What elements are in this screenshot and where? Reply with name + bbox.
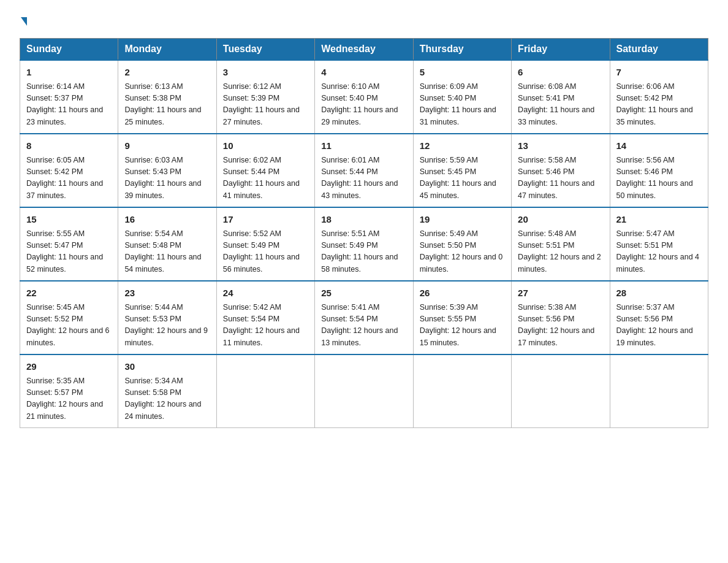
calendar-cell: 14Sunrise: 5:56 AMSunset: 5:46 PMDayligh…	[610, 134, 708, 207]
day-info: Sunrise: 5:52 AMSunset: 5:49 PMDaylight:…	[223, 228, 308, 276]
calendar-cell: 4Sunrise: 6:10 AMSunset: 5:40 PMDaylight…	[315, 60, 413, 134]
calendar-header-row: SundayMondayTuesdayWednesdayThursdayFrid…	[20, 39, 708, 61]
day-info: Sunrise: 6:10 AMSunset: 5:40 PMDaylight:…	[321, 81, 406, 129]
day-number: 5	[420, 66, 505, 80]
week-row-3: 15Sunrise: 5:55 AMSunset: 5:47 PMDayligh…	[20, 207, 708, 281]
day-info: Sunrise: 5:34 AMSunset: 5:58 PMDaylight:…	[124, 375, 210, 423]
calendar-cell: 28Sunrise: 5:37 AMSunset: 5:56 PMDayligh…	[610, 281, 708, 354]
day-number: 6	[518, 66, 603, 80]
calendar-cell: 10Sunrise: 6:02 AMSunset: 5:44 PMDayligh…	[216, 134, 314, 207]
day-number: 12	[420, 139, 505, 153]
day-info: Sunrise: 5:39 AMSunset: 5:55 PMDaylight:…	[420, 302, 505, 350]
calendar-cell: 7Sunrise: 6:06 AMSunset: 5:42 PMDaylight…	[610, 60, 708, 134]
day-info: Sunrise: 5:56 AMSunset: 5:46 PMDaylight:…	[616, 155, 702, 202]
day-info: Sunrise: 5:35 AMSunset: 5:57 PMDaylight:…	[26, 375, 112, 423]
day-info: Sunrise: 6:09 AMSunset: 5:40 PMDaylight:…	[420, 81, 505, 129]
day-number: 2	[124, 66, 210, 80]
week-row-5: 29Sunrise: 5:35 AMSunset: 5:57 PMDayligh…	[20, 354, 708, 428]
day-info: Sunrise: 5:47 AMSunset: 5:51 PMDaylight:…	[616, 228, 702, 276]
day-number: 25	[321, 286, 406, 301]
calendar-cell: 29Sunrise: 5:35 AMSunset: 5:57 PMDayligh…	[20, 354, 118, 428]
day-info: Sunrise: 6:08 AMSunset: 5:41 PMDaylight:…	[518, 81, 603, 129]
day-number: 26	[420, 286, 505, 301]
calendar-cell: 2Sunrise: 6:13 AMSunset: 5:38 PMDaylight…	[118, 60, 216, 134]
day-info: Sunrise: 5:54 AMSunset: 5:48 PMDaylight:…	[124, 228, 210, 276]
col-header-sunday: Sunday	[20, 39, 118, 61]
day-number: 29	[26, 360, 112, 374]
day-info: Sunrise: 6:05 AMSunset: 5:42 PMDaylight:…	[26, 155, 112, 202]
day-number: 18	[321, 213, 406, 227]
col-header-saturday: Saturday	[610, 39, 708, 61]
day-number: 15	[26, 213, 112, 227]
day-number: 11	[321, 139, 406, 153]
day-number: 30	[124, 360, 210, 374]
calendar-cell	[315, 354, 413, 428]
day-number: 8	[26, 139, 112, 153]
calendar-cell	[216, 354, 314, 428]
calendar-cell: 24Sunrise: 5:42 AMSunset: 5:54 PMDayligh…	[216, 281, 314, 354]
calendar-cell: 1Sunrise: 6:14 AMSunset: 5:37 PMDaylight…	[20, 60, 118, 134]
calendar-cell: 15Sunrise: 5:55 AMSunset: 5:47 PMDayligh…	[20, 207, 118, 281]
day-number: 20	[518, 213, 603, 227]
day-number: 9	[124, 139, 210, 153]
day-number: 27	[518, 286, 603, 301]
col-header-monday: Monday	[118, 39, 216, 61]
calendar-cell: 12Sunrise: 5:59 AMSunset: 5:45 PMDayligh…	[413, 134, 511, 207]
day-number: 24	[223, 286, 308, 301]
col-header-tuesday: Tuesday	[216, 39, 314, 61]
day-info: Sunrise: 5:44 AMSunset: 5:53 PMDaylight:…	[124, 302, 210, 350]
week-row-2: 8Sunrise: 6:05 AMSunset: 5:42 PMDaylight…	[20, 134, 708, 207]
calendar-table: SundayMondayTuesdayWednesdayThursdayFrid…	[20, 38, 708, 428]
calendar-cell: 22Sunrise: 5:45 AMSunset: 5:52 PMDayligh…	[20, 281, 118, 354]
day-info: Sunrise: 6:13 AMSunset: 5:38 PMDaylight:…	[124, 81, 210, 129]
day-info: Sunrise: 5:58 AMSunset: 5:46 PMDaylight:…	[518, 155, 603, 202]
col-header-thursday: Thursday	[413, 39, 511, 61]
day-number: 19	[420, 213, 505, 227]
calendar-cell: 16Sunrise: 5:54 AMSunset: 5:48 PMDayligh…	[118, 207, 216, 281]
day-number: 7	[616, 66, 702, 80]
calendar-cell: 13Sunrise: 5:58 AMSunset: 5:46 PMDayligh…	[512, 134, 610, 207]
day-number: 16	[124, 213, 210, 227]
day-number: 3	[223, 66, 308, 80]
day-number: 22	[26, 286, 112, 301]
day-info: Sunrise: 6:01 AMSunset: 5:44 PMDaylight:…	[321, 155, 406, 202]
day-number: 28	[616, 286, 702, 301]
calendar-cell: 21Sunrise: 5:47 AMSunset: 5:51 PMDayligh…	[610, 207, 708, 281]
day-info: Sunrise: 5:38 AMSunset: 5:56 PMDaylight:…	[518, 302, 603, 350]
logo-triangle-icon	[21, 17, 27, 26]
calendar-cell: 17Sunrise: 5:52 AMSunset: 5:49 PMDayligh…	[216, 207, 314, 281]
day-info: Sunrise: 6:14 AMSunset: 5:37 PMDaylight:…	[26, 81, 112, 129]
calendar-cell	[512, 354, 610, 428]
day-info: Sunrise: 5:59 AMSunset: 5:45 PMDaylight:…	[420, 155, 505, 202]
page-header	[20, 15, 708, 26]
calendar-cell: 18Sunrise: 5:51 AMSunset: 5:49 PMDayligh…	[315, 207, 413, 281]
calendar-cell: 11Sunrise: 6:01 AMSunset: 5:44 PMDayligh…	[315, 134, 413, 207]
calendar-cell: 9Sunrise: 6:03 AMSunset: 5:43 PMDaylight…	[118, 134, 216, 207]
calendar-cell: 6Sunrise: 6:08 AMSunset: 5:41 PMDaylight…	[512, 60, 610, 134]
day-info: Sunrise: 6:02 AMSunset: 5:44 PMDaylight:…	[223, 155, 308, 202]
day-number: 23	[124, 286, 210, 301]
day-info: Sunrise: 5:42 AMSunset: 5:54 PMDaylight:…	[223, 302, 308, 350]
day-info: Sunrise: 5:55 AMSunset: 5:47 PMDaylight:…	[26, 228, 112, 276]
calendar-cell: 8Sunrise: 6:05 AMSunset: 5:42 PMDaylight…	[20, 134, 118, 207]
day-number: 17	[223, 213, 308, 227]
day-info: Sunrise: 6:12 AMSunset: 5:39 PMDaylight:…	[223, 81, 308, 129]
day-info: Sunrise: 5:37 AMSunset: 5:56 PMDaylight:…	[616, 302, 702, 350]
calendar-cell	[610, 354, 708, 428]
day-info: Sunrise: 5:51 AMSunset: 5:49 PMDaylight:…	[321, 228, 406, 276]
week-row-1: 1Sunrise: 6:14 AMSunset: 5:37 PMDaylight…	[20, 60, 708, 134]
day-number: 21	[616, 213, 702, 227]
day-info: Sunrise: 6:06 AMSunset: 5:42 PMDaylight:…	[616, 81, 702, 129]
calendar-cell: 27Sunrise: 5:38 AMSunset: 5:56 PMDayligh…	[512, 281, 610, 354]
day-info: Sunrise: 5:45 AMSunset: 5:52 PMDaylight:…	[26, 302, 112, 350]
day-info: Sunrise: 6:03 AMSunset: 5:43 PMDaylight:…	[124, 155, 210, 202]
day-number: 10	[223, 139, 308, 153]
calendar-cell: 26Sunrise: 5:39 AMSunset: 5:55 PMDayligh…	[413, 281, 511, 354]
calendar-cell: 25Sunrise: 5:41 AMSunset: 5:54 PMDayligh…	[315, 281, 413, 354]
col-header-wednesday: Wednesday	[315, 39, 413, 61]
calendar-cell: 23Sunrise: 5:44 AMSunset: 5:53 PMDayligh…	[118, 281, 216, 354]
col-header-friday: Friday	[512, 39, 610, 61]
calendar-cell: 30Sunrise: 5:34 AMSunset: 5:58 PMDayligh…	[118, 354, 216, 428]
calendar-cell	[413, 354, 511, 428]
calendar-cell: 3Sunrise: 6:12 AMSunset: 5:39 PMDaylight…	[216, 60, 314, 134]
